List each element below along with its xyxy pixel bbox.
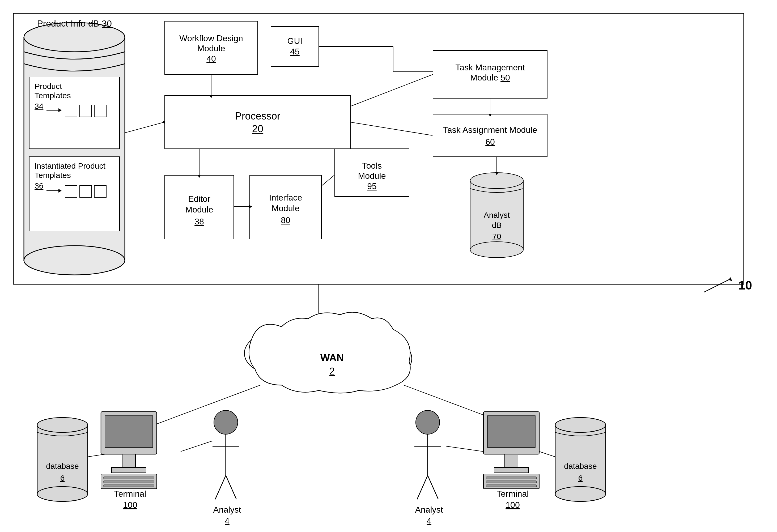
task-management-label2: Module 50 — [470, 73, 510, 82]
right-db-number: 6 — [578, 473, 583, 482]
left-db-body — [37, 425, 88, 494]
workflow-design-number: 40 — [206, 54, 216, 64]
svg-rect-23 — [486, 477, 537, 479]
task-management-label: Task Management — [455, 63, 525, 72]
workflow-design-label2: Module — [197, 43, 225, 53]
right-terminal — [483, 412, 539, 489]
wan-label: WAN — [320, 352, 344, 363]
right-terminal-label: Terminal — [497, 489, 529, 499]
analyst-db-label2: dB — [492, 221, 502, 229]
svg-rect-15 — [104, 481, 154, 483]
right-terminal-number: 100 — [506, 500, 520, 510]
template-sq-1 — [65, 105, 77, 117]
tools-number: 95 — [367, 182, 377, 191]
analyst-db-label: Analyst — [484, 211, 510, 219]
right-db-top — [555, 418, 606, 432]
inst-sq-1 — [65, 185, 77, 197]
editor-label: Editor — [188, 194, 210, 204]
processor-number: 20 — [252, 123, 263, 134]
ref-number: 10 — [739, 278, 752, 292]
task-assignment-label: Task Assignment Module — [443, 125, 537, 135]
product-templates-number: 34 — [34, 102, 43, 110]
gui-number: 45 — [290, 47, 300, 56]
task-assignment-number: 60 — [485, 137, 495, 146]
wan-cloud: WAN 2 — [244, 312, 412, 393]
svg-rect-19 — [487, 416, 535, 447]
processor-module — [165, 96, 351, 149]
svg-point-17 — [214, 410, 238, 434]
processor-label: Processor — [235, 110, 280, 122]
interface-number: 80 — [281, 215, 290, 225]
left-terminal — [101, 412, 157, 489]
tools-label2: Module — [358, 171, 386, 181]
left-analyst-number: 4 — [225, 516, 229, 526]
svg-rect-16 — [104, 485, 154, 487]
wan-number: 2 — [329, 366, 335, 377]
svg-rect-24 — [486, 481, 537, 483]
interface-label: Interface — [269, 193, 302, 202]
svg-rect-10 — [105, 416, 153, 447]
left-terminal-number: 100 — [123, 500, 137, 510]
gui-label: GUI — [288, 36, 303, 46]
inst-templates-number: 36 — [34, 182, 43, 190]
inst-templates-label2: Templates — [34, 171, 71, 180]
inst-sq-3 — [94, 185, 106, 197]
svg-rect-21 — [494, 467, 529, 473]
workflow-design-label: Workflow Design — [179, 33, 243, 43]
product-templates-label: Product — [34, 82, 62, 91]
left-db-top — [37, 418, 88, 432]
analyst-db-number: 70 — [492, 232, 501, 241]
product-info-db-label: Product Info dB 30 — [37, 18, 112, 28]
svg-rect-20 — [505, 454, 518, 467]
svg-rect-12 — [112, 467, 146, 473]
right-db-body — [555, 425, 606, 494]
left-db-label: database — [46, 462, 79, 470]
tools-label: Tools — [362, 161, 382, 171]
template-sq-2 — [80, 105, 92, 117]
right-db-bottom — [555, 487, 606, 502]
right-analyst-number: 4 — [427, 516, 431, 526]
analyst-db-bottom — [470, 242, 523, 257]
svg-rect-14 — [104, 477, 154, 479]
left-terminal-label: Terminal — [114, 489, 146, 499]
right-analyst-label: Analyst — [415, 505, 443, 515]
svg-rect-25 — [486, 485, 537, 487]
task-assignment-module — [433, 114, 547, 157]
interface-label2: Module — [272, 203, 300, 213]
product-templates-label2: Templates — [34, 91, 71, 100]
inst-templates-label1: Instantiated Product — [34, 162, 106, 170]
left-db-bottom — [37, 487, 88, 502]
left-db-number: 6 — [60, 473, 65, 482]
gui-module — [271, 26, 319, 67]
editor-number: 38 — [195, 217, 204, 226]
right-db-label: database — [564, 462, 597, 470]
svg-point-26 — [416, 410, 440, 434]
inst-sq-2 — [80, 185, 92, 197]
editor-label2: Module — [186, 205, 213, 214]
svg-rect-11 — [122, 454, 135, 467]
left-analyst-label: Analyst — [213, 505, 241, 515]
template-sq-3 — [94, 105, 106, 117]
product-info-db-bottom — [24, 246, 125, 275]
